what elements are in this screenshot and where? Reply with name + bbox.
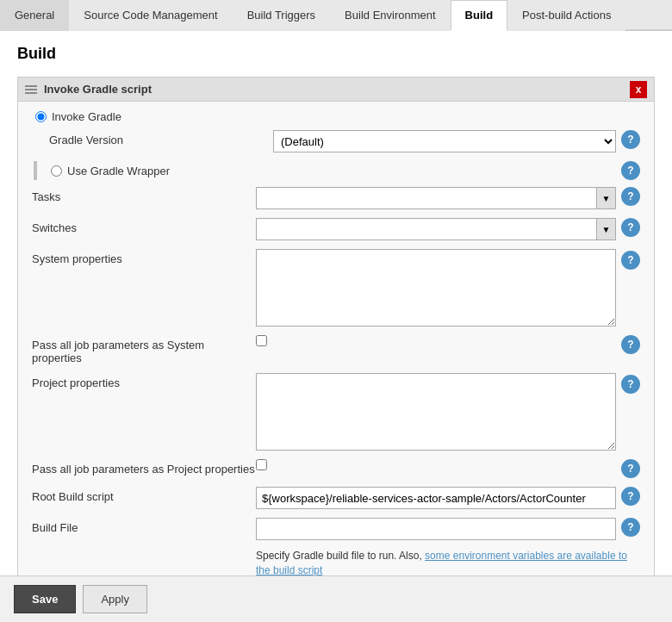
project-props-help[interactable]: ? [621,375,640,394]
section-body: Invoke Gradle Gradle Version (Default) ? [18,102,654,622]
tasks-control: ▼ [256,187,616,209]
system-props-control [256,249,616,327]
use-wrapper-label: Use Gradle Wrapper [67,165,170,177]
build-section: Invoke Gradle script x Invoke Gradle Gra… [17,77,655,622]
invoke-gradle-label: Invoke Gradle [52,110,121,123]
footer-bar: Save Apply [0,575,672,622]
page-title: Build [17,45,655,63]
page-content: Build Invoke Gradle script x Invoke Grad… [0,31,672,622]
help-text-area: Specify Gradle build file to run. Also, … [256,549,640,578]
gradle-version-row: Gradle Version (Default) ? [49,130,640,152]
system-props-help[interactable]: ? [621,251,640,270]
system-props-label: System properties [32,249,256,265]
tasks-label: Tasks [32,187,256,203]
tab-triggers[interactable]: Build Triggers [233,0,330,31]
section-title: Invoke Gradle script [44,83,152,96]
invoke-gradle-row: Invoke Gradle [32,110,640,123]
switches-input-group: ▼ [256,218,616,240]
gradle-version-label: Gradle Version [49,130,273,146]
pass-project-props-checkbox-row [256,459,267,470]
pass-system-props-checkbox[interactable] [256,335,267,346]
build-file-label: Build File [32,518,256,534]
tasks-dropdown-btn[interactable]: ▼ [596,188,615,208]
use-wrapper-radio[interactable] [51,165,62,177]
help-text-prefix: Specify Gradle build file to run. Also, [256,550,425,562]
use-wrapper-help[interactable]: ? [621,161,640,180]
tasks-row: Tasks ▼ ? [32,187,640,209]
switches-label: Switches [32,218,256,234]
tasks-input[interactable] [257,188,596,208]
build-file-help[interactable]: ? [621,518,640,537]
system-props-row: System properties ? [32,249,640,327]
switches-row: Switches ▼ ? [32,218,640,240]
pass-project-props-control [256,459,616,470]
gradle-version-select[interactable]: (Default) [273,130,616,152]
switches-input[interactable] [257,219,596,239]
tab-general[interactable]: General [0,0,69,31]
pass-system-props-label: Pass all job parameters as System proper… [32,335,256,364]
tab-build[interactable]: Build [451,0,508,31]
project-props-label: Project properties [32,373,256,389]
pass-project-props-help[interactable]: ? [621,459,640,478]
drag-handle[interactable] [25,85,37,94]
tab-postbuild[interactable]: Post-build Actions [507,0,625,31]
build-file-row: Build File ? [32,518,640,540]
tab-environment[interactable]: Build Environment [330,0,451,31]
close-button[interactable]: x [630,81,647,98]
pass-project-props-label: Pass all job parameters as Project prope… [32,459,256,476]
section-header: Invoke Gradle script x [18,78,654,102]
help-text: Specify Gradle build file to run. Also, … [256,549,640,578]
use-wrapper-section: Use Gradle Wrapper [47,165,616,177]
tab-scm[interactable]: Source Code Management [69,0,232,31]
pass-system-props-checkbox-row [256,335,267,346]
pass-system-props-help[interactable]: ? [621,335,640,354]
root-build-script-row: Root Build script ? [32,487,640,509]
invoke-gradle-radio[interactable] [35,111,47,122]
help-text-spacer [32,549,256,552]
pass-project-props-checkbox[interactable] [256,459,267,470]
pass-system-props-row: Pass all job parameters as System proper… [32,335,640,364]
project-props-control [256,373,616,451]
apply-button[interactable]: Apply [83,585,147,613]
gradle-version-control: (Default) [273,130,616,152]
root-build-script-help[interactable]: ? [621,487,640,506]
switches-dropdown-btn[interactable]: ▼ [596,219,615,239]
radio-divider [34,161,37,180]
tasks-input-group: ▼ [256,187,616,209]
switches-help[interactable]: ? [621,218,640,237]
tab-bar: General Source Code Management Build Tri… [0,0,672,31]
system-props-textarea[interactable] [256,249,616,327]
switches-control: ▼ [256,218,616,240]
tasks-help[interactable]: ? [621,187,640,206]
build-file-control [256,518,616,540]
root-build-script-control [256,487,616,509]
root-build-script-label: Root Build script [32,487,256,503]
project-props-textarea[interactable] [256,373,616,451]
pass-system-props-control [256,335,616,346]
project-props-row: Project properties ? [32,373,640,451]
save-button[interactable]: Save [14,585,76,613]
pass-project-props-row: Pass all job parameters as Project prope… [32,459,640,478]
build-file-input[interactable] [256,518,616,540]
root-build-script-input[interactable] [256,487,616,509]
gradle-version-help[interactable]: ? [621,130,640,149]
use-wrapper-row: Use Gradle Wrapper [47,165,616,177]
gradle-version-section: Gradle Version (Default) ? [32,130,640,152]
help-text-row: Specify Gradle build file to run. Also, … [32,549,640,578]
